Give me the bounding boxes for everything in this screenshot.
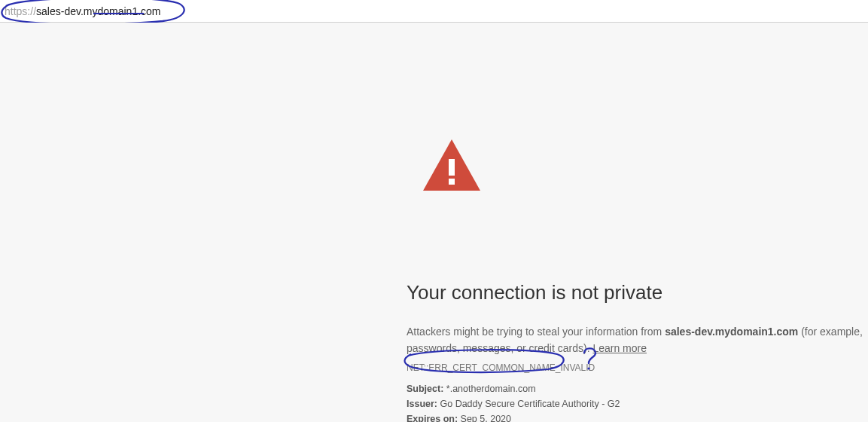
address-bar-container: https://sales-dev.mydomain1.com (0, 0, 868, 23)
warning-message: Attackers might be trying to steal your … (407, 324, 868, 356)
cert-expires-line: Expires on: Sep 5, 2020 (407, 414, 868, 422)
error-code: NET::ERR_CERT_COMMON_NAME_INVALID (407, 362, 868, 373)
url-host: sales-dev.mydomain1.com (36, 5, 160, 17)
url-protocol: https:// (5, 5, 36, 17)
svg-rect-2 (449, 159, 455, 176)
interstitial-page: Your connection is not private Attackers… (0, 23, 868, 422)
msg-domain: sales-dev.mydomain1.com (665, 326, 798, 338)
issuer-value: Go Daddy Secure Certificate Authority - … (440, 399, 620, 409)
expires-label: Expires on: (407, 414, 458, 422)
svg-rect-3 (449, 179, 455, 185)
warning-title: Your connection is not private (407, 281, 868, 304)
cert-issuer-line: Issuer: Go Daddy Secure Certificate Auth… (407, 399, 868, 409)
subject-label: Subject: (407, 384, 443, 394)
cert-subject-line: Subject: *.anotherdomain.com (407, 384, 868, 394)
issuer-label: Issuer: (407, 399, 437, 409)
subject-value: *.anotherdomain.com (446, 384, 536, 394)
warning-block: Your connection is not private Attackers… (407, 139, 868, 422)
warning-triangle-icon (423, 139, 480, 191)
address-bar[interactable]: https://sales-dev.mydomain1.com (0, 0, 868, 22)
expires-value: Sep 5, 2020 (461, 414, 511, 422)
learn-more-link[interactable]: Learn more (592, 342, 647, 354)
msg-prefix: Attackers might be trying to steal your … (407, 326, 665, 338)
